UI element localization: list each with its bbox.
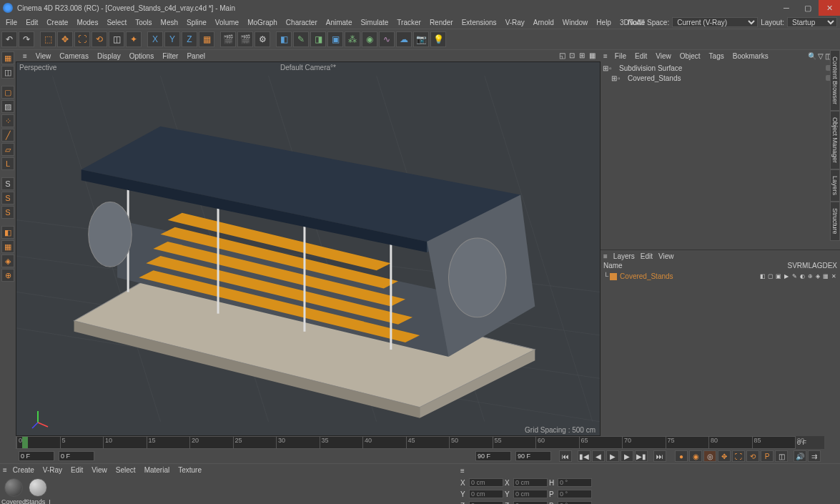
vp-menu-filter[interactable]: Filter — [158, 51, 182, 61]
menu-modes[interactable]: Modes — [72, 17, 102, 28]
mat-menu-select[interactable]: Select — [112, 465, 140, 475]
mat-menu-edit[interactable]: Edit — [66, 465, 87, 475]
filter-icon[interactable]: ▽ — [818, 52, 824, 60]
environment[interactable]: ☁ — [396, 31, 412, 47]
rot-field[interactable] — [558, 490, 592, 498]
pos-field[interactable] — [469, 501, 503, 504]
move-tool[interactable]: ✥ — [57, 31, 73, 47]
search-icon[interactable]: 🔍 — [808, 52, 816, 60]
mat-menu-material[interactable]: Material — [140, 465, 174, 475]
side-tab-layers[interactable]: Layers — [830, 169, 840, 202]
menu-file[interactable]: File — [1, 17, 21, 28]
menu-character[interactable]: Character — [282, 17, 322, 28]
instance-generator[interactable]: ▣ — [327, 31, 343, 47]
x-axis-lock[interactable]: X — [147, 31, 163, 47]
menu-mograph[interactable]: MoGraph — [243, 17, 282, 28]
vp-menu-options[interactable]: Options — [125, 51, 158, 61]
layer-toggle-icon[interactable]: ▢ — [767, 273, 774, 280]
layers-view[interactable]: View — [658, 252, 674, 260]
menu-animate[interactable]: Animate — [322, 17, 357, 28]
obj-tab-view[interactable]: View — [651, 51, 676, 61]
layer-row[interactable]: └Covered_Stands◧▢▣▶✎◐⊕◈▦✕ — [601, 272, 840, 281]
keyframe-sel-button[interactable]: ◎ — [703, 450, 716, 462]
place-tool[interactable]: ✦ — [126, 31, 142, 47]
timeline[interactable]: 051015202530354045505560657075808590 0 F — [16, 436, 824, 449]
layer-toggle-icon[interactable]: ◈ — [814, 273, 821, 280]
layer-toggle-icon[interactable]: ⊕ — [806, 273, 814, 280]
layer-toggle-icon[interactable]: ▣ — [775, 273, 782, 280]
play-button[interactable]: ▶ — [606, 450, 619, 462]
hamburger-icon[interactable]: ≡ — [603, 252, 608, 260]
render-view[interactable]: 🎬 — [220, 31, 236, 47]
mat-menu-v-ray[interactable]: V-Ray — [39, 465, 66, 475]
rotate-tool[interactable]: ⟲ — [92, 31, 107, 47]
spline-pen[interactable]: ✎ — [293, 31, 309, 47]
key-rot-button[interactable]: ⟲ — [746, 450, 759, 462]
layer-color-icon[interactable] — [610, 273, 617, 280]
sound-button[interactable]: 🔊 — [794, 450, 806, 462]
menu-arnold[interactable]: Arnold — [529, 17, 558, 28]
pos-field[interactable] — [469, 478, 503, 487]
autokey-button[interactable]: ◉ — [689, 450, 702, 462]
model-mode[interactable]: ◫ — [1, 66, 14, 79]
menu-render[interactable]: Render — [425, 17, 458, 28]
vp-isolate-icon[interactable]: ⊡ — [569, 51, 578, 60]
maximize-button[interactable]: ▢ — [797, 0, 819, 16]
vp-layout-icon[interactable]: ▦ — [589, 51, 598, 60]
layer-toggle-icon[interactable]: ✕ — [830, 273, 837, 280]
layer-toggle-icon[interactable]: ▶ — [783, 273, 790, 280]
viewplane[interactable]: ◈ — [1, 255, 14, 267]
polygon-mode[interactable]: ▱ — [1, 143, 14, 156]
expand-icon[interactable]: ⊞ — [611, 74, 618, 82]
material-thumb[interactable]: Stands_I — [27, 478, 49, 504]
nodespace-select[interactable]: Current (V-Ray) — [672, 17, 758, 27]
size-field[interactable] — [513, 501, 548, 504]
y-axis-lock[interactable]: Y — [164, 31, 180, 47]
workplane-mode[interactable]: S — [1, 206, 14, 219]
object-mode[interactable]: ▢ — [1, 86, 14, 99]
obj-tab-edit[interactable]: Edit — [631, 51, 651, 61]
hamburger-icon[interactable]: ≡ — [3, 466, 7, 474]
side-tab-structure[interactable]: Structure — [830, 202, 840, 241]
frame-current-field[interactable]: 0 F — [59, 451, 94, 461]
scale-tool[interactable]: ⛶ — [74, 31, 90, 47]
uv-mode[interactable]: L — [1, 157, 14, 170]
size-field[interactable] — [513, 478, 548, 487]
edge-mode[interactable]: ╱ — [1, 129, 14, 142]
menu-simulate[interactable]: Simulate — [356, 17, 392, 28]
menu-extensions[interactable]: Extensions — [458, 17, 501, 28]
light-object[interactable]: 💡 — [430, 31, 446, 47]
side-tab-object-manager[interactable]: Object Manager — [830, 111, 840, 169]
prev-frame-button[interactable]: ◀ — [592, 450, 605, 462]
vp-menu-view[interactable]: View — [31, 51, 56, 61]
next-frame-button[interactable]: ▶ — [621, 450, 633, 462]
mat-menu-create[interactable]: Create — [9, 465, 39, 475]
recent-tool[interactable]: ◫ — [109, 31, 124, 47]
layers-edit[interactable]: Edit — [641, 252, 653, 260]
viewport-canvas[interactable] — [16, 62, 600, 435]
vp-menu-cameras[interactable]: Cameras — [55, 51, 93, 61]
menu-tools[interactable]: Tools — [131, 17, 156, 28]
next-key-button[interactable]: ▶▮ — [635, 450, 648, 462]
texture-mode[interactable]: ▨ — [1, 100, 14, 113]
menu-tracker[interactable]: Tracker — [392, 17, 425, 28]
menu-window[interactable]: Window — [558, 17, 593, 28]
mat-menu-view[interactable]: View — [87, 465, 112, 475]
expand-icon[interactable]: ⊞ — [602, 64, 609, 72]
render-settings[interactable]: ⚙ — [255, 31, 270, 47]
point-mode[interactable]: ⁘ — [1, 114, 14, 127]
key-scale-button[interactable]: ⛶ — [732, 450, 745, 462]
menu-select[interactable]: Select — [102, 17, 131, 28]
obj-tab-bookmarks[interactable]: Bookmarks — [728, 51, 773, 61]
goto-end-button[interactable]: ⏭ — [653, 450, 666, 462]
expand-icon[interactable]: └ — [603, 272, 608, 280]
axis-gizmo[interactable] — [31, 408, 52, 430]
vp-shading-icon[interactable]: ◱ — [559, 51, 568, 60]
axis-center[interactable]: ⊕ — [1, 269, 14, 282]
goto-start-button[interactable]: ⏮ — [559, 450, 572, 462]
z-axis-lock[interactable]: Z — [182, 31, 197, 47]
subdiv-generator[interactable]: ◨ — [310, 31, 326, 47]
obj-tab-file[interactable]: File — [611, 51, 631, 61]
minimize-button[interactable]: ─ — [776, 0, 797, 16]
frame-start-field[interactable]: 0 F — [19, 451, 54, 461]
